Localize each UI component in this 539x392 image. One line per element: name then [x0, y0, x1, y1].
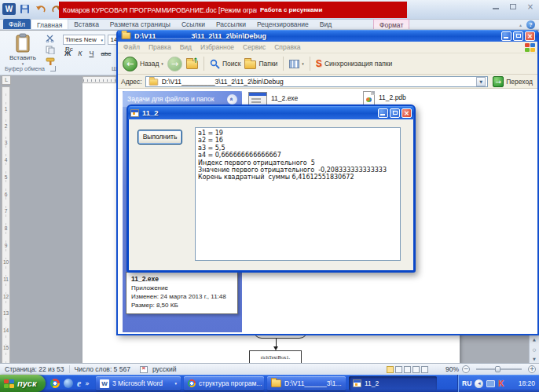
tab-view[interactable]: Вид: [314, 19, 337, 29]
underline-button[interactable]: Ч: [89, 49, 94, 57]
word-minimize-button[interactable]: [490, 2, 501, 11]
scroll-down-icon[interactable]: ▼: [533, 357, 536, 361]
font-name-select[interactable]: Times New Rc ▾: [63, 35, 105, 45]
menu-view[interactable]: Вид: [180, 43, 192, 51]
explorer-titlebar[interactable]: D:\V11_________3\11_2\11_2\bin\Debug ×: [118, 30, 537, 42]
menu-file[interactable]: Файл: [123, 43, 140, 51]
file-name: 11_2.pdb: [379, 93, 406, 101]
menu-edit[interactable]: Правка: [148, 43, 171, 51]
save-icon[interactable]: [18, 2, 31, 16]
word-restore-button[interactable]: [508, 2, 519, 11]
zoom-in-icon[interactable]: +: [528, 365, 536, 373]
cut-icon[interactable]: [46, 35, 55, 42]
explorer-close-button[interactable]: ×: [525, 31, 535, 41]
tab-page-layout[interactable]: Разметка страницы: [104, 19, 176, 29]
back-dropdown-icon[interactable]: ▾: [161, 61, 163, 66]
app-close-button[interactable]: ×: [402, 108, 412, 118]
format-painter-icon[interactable]: [46, 57, 55, 66]
tab-review[interactable]: Рецензирование: [251, 19, 314, 29]
help-icon[interactable]: ?: [526, 20, 535, 29]
spellcheck-icon[interactable]: [140, 366, 148, 373]
run-button[interactable]: Выполнить: [138, 130, 182, 145]
app-maximize-button[interactable]: [390, 108, 400, 118]
folders-button[interactable]: Папки: [244, 58, 277, 69]
word-logo-icon: W: [2, 3, 16, 15]
tab-format[interactable]: Формат: [373, 19, 409, 29]
address-dropdown-icon[interactable]: ▼: [476, 77, 486, 86]
collapse-ribbon-icon[interactable]: ▴: [519, 22, 522, 27]
go-button[interactable]: → Переход: [491, 76, 534, 87]
taskbar-button-label: 11_2: [365, 379, 379, 387]
ruler-number: 8: [2, 225, 9, 231]
word-close-button[interactable]: ×: [525, 2, 536, 11]
antivirus-icon[interactable]: K: [498, 379, 504, 388]
up-folder-icon: ↑: [186, 60, 198, 69]
zoom-slider-thumb[interactable]: [495, 366, 500, 372]
explorer-maximize-button[interactable]: [513, 31, 523, 41]
clock[interactable]: 18:20: [519, 379, 535, 387]
views-button[interactable]: ▾: [289, 60, 304, 68]
word-counter[interactable]: Число слов: 5 567: [70, 365, 135, 373]
output-textbox[interactable]: a1 = 19 a2 = 16 a3 = 5,5 a4 = 0,66666666…: [195, 127, 401, 261]
word-vertical-scrollbar[interactable]: ▲ ○ ▼: [529, 335, 539, 363]
italic-button[interactable]: К: [78, 49, 82, 57]
web-layout-view-icon[interactable]: [404, 366, 411, 373]
network-icon[interactable]: [486, 380, 495, 387]
tab-mailings[interactable]: Рассылки: [211, 19, 251, 29]
folders-icon: [244, 60, 256, 69]
up-button[interactable]: ↑: [186, 58, 198, 69]
keyboard-language-indicator[interactable]: RU: [462, 379, 471, 387]
taskbar-button-browser[interactable]: структура програм...: [184, 376, 264, 390]
tab-home[interactable]: Главная: [31, 19, 68, 29]
tab-file[interactable]: Файл: [3, 19, 31, 29]
app-minimize-button[interactable]: [378, 108, 388, 118]
language-indicator[interactable]: русский: [148, 365, 182, 373]
font-name-dropdown-icon[interactable]: ▾: [101, 35, 103, 44]
draft-view-icon[interactable]: [421, 366, 428, 373]
start-button[interactable]: пуск: [0, 375, 46, 392]
copy-icon[interactable]: [46, 46, 55, 54]
zoom-out-icon[interactable]: −: [462, 365, 470, 373]
search-button[interactable]: Поиск: [210, 59, 241, 69]
forward-button[interactable]: →: [167, 57, 182, 71]
outline-view-icon[interactable]: [412, 366, 420, 373]
menu-favorites[interactable]: Избранное: [200, 43, 234, 51]
task-pane-chevron-icon[interactable]: »: [227, 94, 237, 104]
scroll-up-icon[interactable]: ▲: [533, 337, 536, 342]
ruler-number: 4: [2, 157, 9, 163]
sync-button[interactable]: S Синхронизация папки: [316, 58, 392, 69]
strikethrough-button[interactable]: abc: [101, 50, 111, 57]
quick-launch-overflow-icon[interactable]: »: [85, 379, 90, 387]
address-input[interactable]: D:\V11_________3\11_2\11_2\bin\Debug ▼: [145, 76, 489, 87]
views-dropdown-icon[interactable]: ▾: [302, 61, 304, 66]
taskbar-button-word[interactable]: W 3 Microsoft Word ▾: [96, 376, 181, 390]
view-mode-buttons: [387, 366, 428, 373]
page-counter[interactable]: Страница: 22 из 53: [0, 365, 69, 373]
undo-icon[interactable]: [34, 2, 47, 16]
bold-button[interactable]: Ж: [64, 49, 71, 57]
fullscreen-view-icon[interactable]: [395, 366, 402, 373]
menu-help[interactable]: Справка: [274, 43, 300, 51]
tab-references[interactable]: Ссылки: [176, 19, 211, 29]
chrome-icon[interactable]: [50, 379, 60, 388]
app-titlebar[interactable]: 11_2 ×: [128, 106, 414, 119]
explorer-minimize-button[interactable]: [501, 31, 512, 41]
taskbar-button-label: структура програм...: [199, 379, 262, 387]
ruler-corner-tab-selector[interactable]: L: [2, 75, 11, 85]
scroll-select-icon[interactable]: ○: [533, 347, 536, 352]
print-layout-view-icon[interactable]: [387, 366, 394, 373]
taskbar-button-app[interactable]: 11_2: [349, 376, 437, 390]
zoom-slider[interactable]: [476, 368, 522, 370]
clipboard-dialog-launcher-icon[interactable]: [50, 66, 56, 71]
sync-icon: S: [316, 58, 322, 69]
group-dropdown-icon[interactable]: ▾: [174, 381, 177, 386]
hide-icons-chevron-icon[interactable]: ◂: [475, 379, 483, 388]
menu-tools[interactable]: Сервис: [243, 43, 266, 51]
tab-insert[interactable]: Вставка: [68, 19, 104, 29]
app-title: 11_2: [142, 108, 378, 117]
internet-explorer-icon[interactable]: e: [77, 378, 81, 390]
taskbar-button-explorer[interactable]: D:\V11______3\1...: [267, 376, 346, 390]
back-button[interactable]: ← Назад ▾: [123, 57, 163, 71]
zoom-level[interactable]: 90%: [446, 365, 459, 373]
app-orb-icon[interactable]: [64, 379, 73, 388]
